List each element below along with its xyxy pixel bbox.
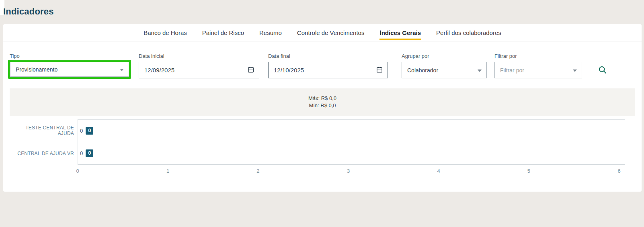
tab-label: Painel de Risco — [202, 29, 244, 36]
x-tick: 3 — [347, 168, 350, 174]
search-icon — [598, 65, 607, 74]
category-label: TESTE CENTRAL DE AJUDA — [10, 119, 78, 142]
tab-label: Índices Gerais — [379, 29, 421, 36]
chevron-down-icon — [478, 70, 482, 72]
content-card: Banco de Horas Painel de Risco Resumo Co… — [3, 24, 642, 192]
bar-chart: TESTE CENTRAL DE AJUDA CENTRAL DE AJUDA … — [10, 119, 635, 175]
filtrar-por-dropdown[interactable]: Filtrar por — [494, 62, 582, 78]
bar-value: 0 — [80, 128, 83, 134]
min-value-label: Mín: R$ 0,0 — [309, 102, 336, 109]
chart-row: 0 0 — [78, 119, 619, 142]
filters-row: Tipo Provisionamento Data inicial 12/09/… — [3, 41, 642, 88]
value-badge: 0 — [86, 149, 93, 157]
x-tick: 1 — [166, 168, 169, 174]
tab-banco-de-horas[interactable]: Banco de Horas — [136, 24, 195, 41]
tab-controle-de-vencimentos[interactable]: Controle de Vencimentos — [289, 24, 372, 41]
tab-label: Controle de Vencimentos — [297, 29, 365, 36]
tipo-dropdown[interactable]: Provisionamento — [10, 62, 129, 77]
chart-plot-area: 0 0 0 0 — [78, 119, 619, 165]
tab-indices-gerais[interactable]: Índices Gerais — [372, 24, 429, 41]
page-title: Indicadores — [3, 6, 54, 17]
agrupar-por-value: Colaborador — [407, 67, 438, 74]
x-axis-ticks: 0 1 2 3 4 5 6 — [78, 165, 619, 175]
agrupar-por-label: Agrupar por — [402, 53, 429, 59]
tab-perfil-dos-colaboradores[interactable]: Perfil dos colaboradores — [429, 24, 509, 41]
data-final-label: Data final — [268, 53, 290, 59]
tab-label: Resumo — [259, 29, 282, 36]
bar-value: 0 — [80, 150, 83, 156]
tipo-label: Tipo — [10, 53, 20, 59]
search-button[interactable] — [597, 64, 608, 76]
data-inicial-label: Data inicial — [139, 53, 164, 59]
tab-label: Perfil dos colaboradores — [436, 29, 501, 36]
data-final-input[interactable]: 12/10/2025 — [268, 62, 388, 78]
chart-category-labels: TESTE CENTRAL DE AJUDA CENTRAL DE AJUDA … — [10, 119, 78, 165]
filtrar-por-label: Filtrar por — [494, 53, 517, 59]
x-tick: 2 — [256, 168, 259, 174]
chart-row: 0 0 — [78, 142, 619, 165]
tipo-value: Provisionamento — [16, 66, 57, 73]
chevron-down-icon — [120, 69, 124, 71]
data-inicial-input[interactable]: 12/09/2025 — [139, 62, 259, 78]
calendar-icon[interactable] — [247, 66, 254, 74]
value-badge: 0 — [86, 127, 93, 135]
tab-bar: Banco de Horas Painel de Risco Resumo Co… — [3, 24, 642, 41]
tab-painel-de-risco[interactable]: Painel de Risco — [195, 24, 252, 41]
max-value-label: Máx: R$ 0,0 — [308, 95, 336, 102]
x-tick: 4 — [437, 168, 440, 174]
tab-label: Banco de Horas — [144, 29, 187, 36]
filtrar-por-placeholder: Filtrar por — [500, 67, 524, 74]
data-inicial-value: 12/09/2025 — [144, 67, 174, 74]
data-final-value: 12/10/2025 — [274, 67, 304, 74]
calendar-icon[interactable] — [376, 66, 383, 74]
x-tick: 0 — [76, 168, 79, 174]
chevron-down-icon — [573, 70, 577, 72]
agrupar-por-dropdown[interactable]: Colaborador — [402, 62, 487, 78]
tab-resumo[interactable]: Resumo — [252, 24, 289, 41]
x-tick: 5 — [527, 168, 530, 174]
category-label: CENTRAL DE AJUDA VR — [10, 142, 78, 165]
summary-strip: Máx: R$ 0,0 Mín: R$ 0,0 — [10, 88, 635, 116]
x-tick: 6 — [617, 168, 620, 174]
